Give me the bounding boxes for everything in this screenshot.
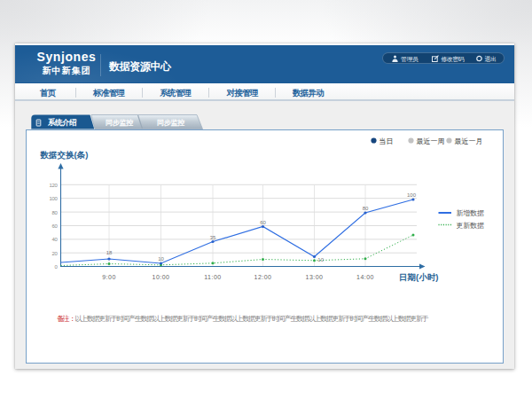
svg-text:13:00: 13:00 xyxy=(305,273,323,279)
svg-text:35: 35 xyxy=(210,234,216,239)
svg-text:100: 100 xyxy=(49,196,58,201)
svg-text:最近一周: 最近一周 xyxy=(417,137,445,145)
svg-text:100: 100 xyxy=(407,192,417,198)
svg-text:同步监控: 同步监控 xyxy=(157,119,185,127)
svg-text:12:00: 12:00 xyxy=(254,273,271,279)
svg-text:80: 80 xyxy=(51,209,58,215)
svg-text:日期(小时): 日期(小时) xyxy=(399,271,438,281)
svg-text:系统介绍: 系统介绍 xyxy=(47,118,77,127)
svg-text:120: 120 xyxy=(49,182,58,187)
svg-text:0: 0 xyxy=(54,264,58,270)
svg-text:60: 60 xyxy=(51,223,58,229)
svg-text:10: 10 xyxy=(158,256,164,262)
svg-text:14:00: 14:00 xyxy=(356,273,374,279)
svg-text:18: 18 xyxy=(106,250,113,255)
svg-text:11:00: 11:00 xyxy=(204,273,222,279)
svg-text:60: 60 xyxy=(260,219,266,224)
svg-text:40: 40 xyxy=(51,237,58,242)
svg-text:当日: 当日 xyxy=(379,137,394,145)
svg-text:更新数据: 更新数据 xyxy=(457,221,484,229)
svg-text:80: 80 xyxy=(363,206,369,211)
svg-text:9:00: 9:00 xyxy=(102,273,116,279)
svg-text:最近一月: 最近一月 xyxy=(455,137,483,145)
svg-text:10: 10 xyxy=(317,256,324,262)
svg-text:数据交换(条): 数据交换(条) xyxy=(40,150,89,160)
svg-text:20: 20 xyxy=(51,250,58,255)
svg-text:10:00: 10:00 xyxy=(152,273,169,279)
svg-text:同步监控: 同步监控 xyxy=(106,119,134,127)
svg-text:新增数据: 新增数据 xyxy=(457,209,484,217)
